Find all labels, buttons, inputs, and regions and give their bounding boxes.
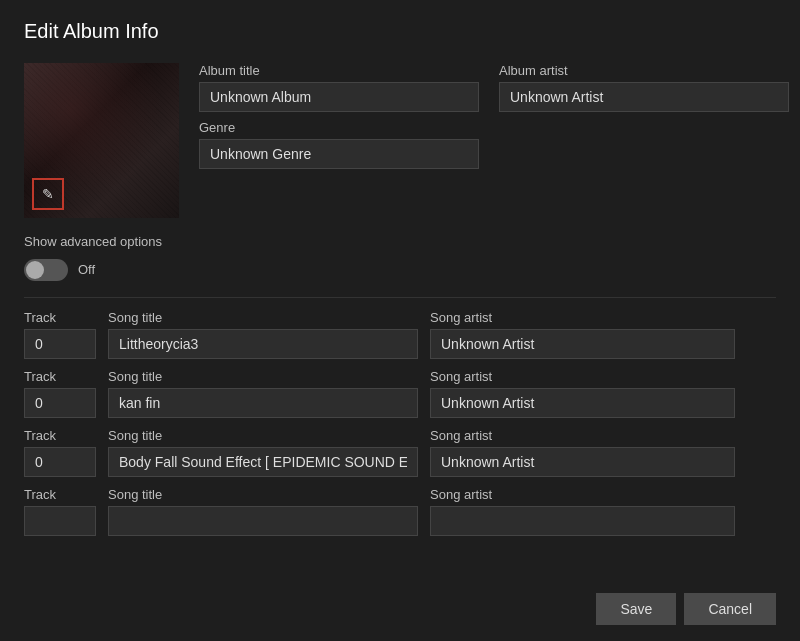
album-title-group: Album title — [199, 63, 479, 112]
album-artist-input[interactable] — [499, 82, 789, 112]
album-artist-label: Album artist — [499, 63, 789, 78]
track-3-group: Track — [24, 428, 96, 477]
song-artist-2-label: Song artist — [430, 369, 735, 384]
genre-label: Genre — [199, 120, 789, 135]
song-artist-4-group: Song artist — [430, 487, 735, 536]
song-title-1-input[interactable] — [108, 329, 418, 359]
track-4-number-input[interactable] — [24, 506, 96, 536]
track-4-group: Track — [24, 487, 96, 536]
track-2-group: Track — [24, 369, 96, 418]
genre-input[interactable] — [199, 139, 479, 169]
song-artist-1-label: Song artist — [430, 310, 735, 325]
save-button[interactable]: Save — [596, 593, 676, 625]
divider — [24, 297, 776, 298]
album-art-container: ✎ — [24, 63, 179, 218]
song-title-2-group: Song title — [108, 369, 418, 418]
album-title-row: Album title Album artist — [199, 63, 789, 112]
track-row: Track Song title Song artist — [24, 428, 776, 477]
song-title-2-label: Song title — [108, 369, 418, 384]
advanced-section: Show advanced options Off — [24, 234, 776, 281]
song-artist-3-group: Song artist — [430, 428, 735, 477]
edit-album-dialog: Edit Album Info ✎ Album title Album arti… — [0, 0, 800, 641]
edit-art-button[interactable]: ✎ — [32, 178, 64, 210]
song-title-3-label: Song title — [108, 428, 418, 443]
dialog-title: Edit Album Info — [24, 20, 776, 43]
album-title-label: Album title — [199, 63, 479, 78]
song-artist-3-label: Song artist — [430, 428, 735, 443]
song-artist-4-input[interactable] — [430, 506, 735, 536]
song-title-2-input[interactable] — [108, 388, 418, 418]
song-artist-1-group: Song artist — [430, 310, 735, 359]
cancel-button[interactable]: Cancel — [684, 593, 776, 625]
tracks-section: Track Song title Song artist Track Song … — [24, 310, 776, 581]
track-2-number-input[interactable] — [24, 388, 96, 418]
toggle-state-label: Off — [78, 262, 95, 277]
song-title-1-group: Song title — [108, 310, 418, 359]
advanced-toggle[interactable] — [24, 259, 68, 281]
genre-group: Genre — [199, 120, 789, 169]
song-artist-2-input[interactable] — [430, 388, 735, 418]
track-row: Track Song title Song artist — [24, 487, 776, 536]
track-1-number-input[interactable] — [24, 329, 96, 359]
dialog-footer: Save Cancel — [24, 581, 776, 641]
song-title-3-group: Song title — [108, 428, 418, 477]
song-title-1-label: Song title — [108, 310, 418, 325]
track-3-number-input[interactable] — [24, 447, 96, 477]
track-row: Track Song title Song artist — [24, 310, 776, 359]
track-2-label: Track — [24, 369, 96, 384]
track-row: Track Song title Song artist — [24, 369, 776, 418]
pencil-icon: ✎ — [42, 186, 54, 202]
song-artist-3-input[interactable] — [430, 447, 735, 477]
track-1-group: Track — [24, 310, 96, 359]
song-artist-2-group: Song artist — [430, 369, 735, 418]
toggle-thumb — [26, 261, 44, 279]
album-title-input[interactable] — [199, 82, 479, 112]
album-section: ✎ Album title Album artist Genre — [24, 63, 776, 218]
toggle-track[interactable] — [24, 259, 68, 281]
track-4-label: Track — [24, 487, 96, 502]
album-fields: Album title Album artist Genre — [199, 63, 789, 169]
toggle-row: Off — [24, 259, 776, 281]
song-title-4-input[interactable] — [108, 506, 418, 536]
album-artist-group: Album artist — [499, 63, 789, 112]
song-artist-1-input[interactable] — [430, 329, 735, 359]
advanced-label: Show advanced options — [24, 234, 776, 251]
song-artist-4-label: Song artist — [430, 487, 735, 502]
song-title-4-group: Song title — [108, 487, 418, 536]
track-1-label: Track — [24, 310, 96, 325]
track-3-label: Track — [24, 428, 96, 443]
song-title-4-label: Song title — [108, 487, 418, 502]
song-title-3-input[interactable] — [108, 447, 418, 477]
